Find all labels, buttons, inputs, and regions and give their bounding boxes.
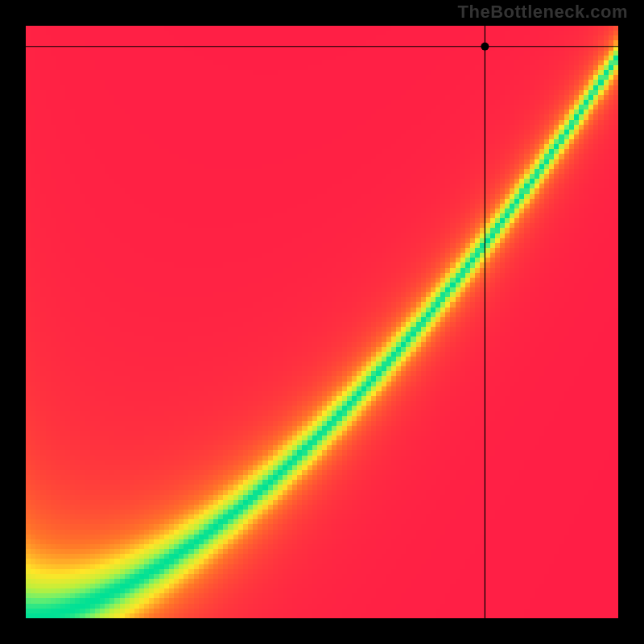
watermark-text: TheBottleneck.com (458, 2, 628, 23)
bottleneck-heatmap (26, 26, 618, 618)
chart-container: TheBottleneck.com (0, 0, 644, 644)
